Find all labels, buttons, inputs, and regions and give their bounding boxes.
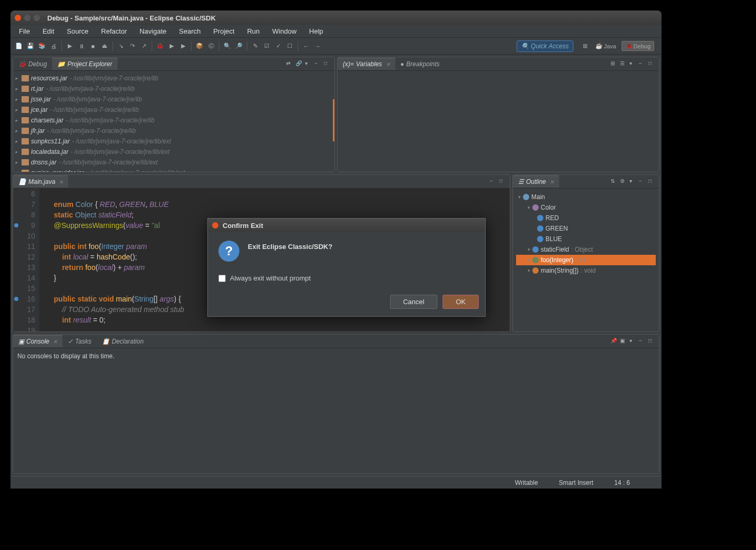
open-console-icon[interactable]: ▾ <box>629 338 637 345</box>
search-icon[interactable]: 🔎 <box>234 41 244 51</box>
forward-icon[interactable]: → <box>312 41 323 51</box>
new-icon[interactable]: 📄 <box>14 41 24 51</box>
minimize-icon[interactable]: − <box>639 60 646 68</box>
run-icon[interactable]: ▶ <box>166 41 177 51</box>
view-menu-icon[interactable]: ▾ <box>629 60 637 68</box>
maximize-icon[interactable]: □ <box>648 338 656 345</box>
tree-icon[interactable]: ☰ <box>620 60 627 68</box>
outline-item[interactable]: ▾ main(String[]) : void <box>516 265 656 276</box>
menu-edit[interactable]: Edit <box>37 26 59 36</box>
tab-project-explorer[interactable]: 📁 Project Explorer <box>52 58 117 70</box>
outline-item[interactable]: ▾ Color <box>516 202 656 213</box>
tree-item[interactable]: ▸dnsns.jar - /usr/lib/jvm/java-7-oracle/… <box>15 157 332 168</box>
menu-refactor[interactable]: Refactor <box>96 26 132 36</box>
close-icon[interactable]: ✕ <box>550 179 554 185</box>
menu-help[interactable]: Help <box>304 26 329 36</box>
new-package-icon[interactable]: 📦 <box>194 41 205 51</box>
menu-search[interactable]: Search <box>174 26 206 36</box>
back-icon[interactable]: ← <box>301 41 311 51</box>
menu-run[interactable]: Run <box>242 26 265 36</box>
window-close-icon[interactable] <box>15 15 21 21</box>
tree-item[interactable]: ▸sunpkcs11.jar - /usr/lib/jvm/java-7-ora… <box>15 136 332 147</box>
tab-variables[interactable]: (x)= Variables✕ <box>338 58 395 70</box>
step-return-icon[interactable]: ↗ <box>139 41 149 51</box>
collapse-icon[interactable]: ⇄ <box>286 60 293 68</box>
maximize-icon[interactable]: □ <box>648 178 656 185</box>
filter-icon[interactable]: ⚙ <box>620 178 627 185</box>
editor-tab[interactable]: 📄 Main.java✕ <box>13 175 68 188</box>
open-perspective-icon[interactable]: ⊞ <box>580 41 590 51</box>
disconnect-icon[interactable]: ⏏ <box>99 41 110 51</box>
saveall-icon[interactable]: 📚 <box>37 41 47 51</box>
menu-source[interactable]: Source <box>61 26 93 36</box>
tab-breakpoints[interactable]: ● Breakpoints <box>395 58 445 70</box>
quick-access[interactable]: 🔍 Quick Access <box>517 40 574 52</box>
sort-icon[interactable]: ⇅ <box>611 178 618 185</box>
outline-item[interactable]: RED <box>516 213 656 223</box>
stop-icon[interactable]: ■ <box>88 41 98 51</box>
new-class-icon[interactable]: Ⓒ <box>206 41 216 51</box>
maximize-icon[interactable]: □ <box>499 178 507 185</box>
pin-icon[interactable]: 📌 <box>611 338 618 345</box>
step-into-icon[interactable]: ↘ <box>116 41 126 51</box>
view-menu-icon[interactable]: ▾ <box>305 60 312 68</box>
debug-icon[interactable]: 🐞 <box>155 41 165 51</box>
save-icon[interactable]: 💾 <box>25 41 36 51</box>
tree-item[interactable]: ▸jce.jar - /usr/lib/jvm/java-7-oracle/jr… <box>15 105 332 115</box>
mark-icon[interactable]: ✓ <box>273 41 284 51</box>
menu-file[interactable]: File <box>14 26 35 36</box>
tree-item[interactable]: ▸jfr.jar - /usr/lib/jvm/java-7-oracle/jr… <box>15 126 332 136</box>
tab-declaration[interactable]: 📋 Declaration <box>97 336 149 347</box>
open-type-icon[interactable]: 🔍 <box>222 41 233 51</box>
outline-item[interactable]: ▾ staticField : Object <box>516 244 656 255</box>
outline-tree[interactable]: ▾ Main▾ ColorREDGREENBLUE▾ staticField :… <box>513 189 659 331</box>
show-type-icon[interactable]: ⊞ <box>611 60 618 68</box>
minimize-icon[interactable]: − <box>490 178 497 185</box>
tree-item[interactable]: ▸sunjce_provider.jar - /usr/lib/jvm/java… <box>15 168 332 172</box>
resume-icon[interactable]: ▶ <box>65 41 75 51</box>
window-minimize-icon[interactable] <box>24 15 30 21</box>
minimize-icon[interactable]: − <box>314 60 322 68</box>
tab-debug[interactable]: 🐞 Debug <box>13 58 52 70</box>
display-icon[interactable]: ▣ <box>620 338 627 345</box>
tree-item[interactable]: ▸jsse.jar - /usr/lib/jvm/java-7-oracle/j… <box>15 94 332 105</box>
pause-icon[interactable]: ⏸ <box>76 41 87 51</box>
tree-item[interactable]: ▸charsets.jar - /usr/lib/jvm/java-7-orac… <box>15 115 332 126</box>
outline-item[interactable]: GREEN <box>516 223 656 234</box>
outline-item[interactable]: BLUE <box>516 234 656 244</box>
tab-console[interactable]: ▣ Console✕ <box>13 335 62 347</box>
link-icon[interactable]: 🔗 <box>296 60 303 68</box>
task-icon[interactable]: ☐ <box>285 41 295 51</box>
view-menu-icon[interactable]: ▾ <box>629 178 637 185</box>
perspective-java[interactable]: ☕ Java <box>592 41 619 50</box>
cancel-button[interactable]: Cancel <box>390 295 437 309</box>
window-maximize-icon[interactable] <box>34 15 40 21</box>
toggle-icon[interactable]: ☑ <box>261 41 272 51</box>
close-icon[interactable]: ✕ <box>386 61 390 67</box>
maximize-icon[interactable]: □ <box>324 60 331 68</box>
always-exit-checkbox[interactable] <box>218 275 226 282</box>
menu-navigate[interactable]: Navigate <box>134 26 172 36</box>
ok-button[interactable]: OK <box>443 295 479 309</box>
maximize-icon[interactable]: □ <box>648 60 656 68</box>
menu-project[interactable]: Project <box>208 26 239 36</box>
close-icon[interactable]: ✕ <box>59 179 63 185</box>
edit-icon[interactable]: ✎ <box>250 41 260 51</box>
tab-tasks[interactable]: ✓ Tasks <box>62 336 97 347</box>
close-icon[interactable]: ✕ <box>53 339 57 345</box>
tree-item[interactable]: ▸localedata.jar - /usr/lib/jvm/java-7-or… <box>15 147 332 157</box>
dialog-close-icon[interactable] <box>212 222 218 229</box>
outline-item[interactable]: ▾ foo(Integer) : int <box>516 255 656 265</box>
minimize-icon[interactable]: − <box>639 338 646 345</box>
print-icon[interactable]: 🖨 <box>48 41 59 51</box>
minimize-icon[interactable]: − <box>639 178 646 185</box>
tab-outline[interactable]: ☰ Outline✕ <box>513 175 559 188</box>
menu-window[interactable]: Window <box>267 26 302 36</box>
outline-item[interactable]: ▾ Main <box>516 192 656 202</box>
perspective-debug[interactable]: 🐞 Debug <box>622 41 654 51</box>
tree-item[interactable]: ▸resources.jar - /usr/lib/jvm/java-7-ora… <box>15 73 332 84</box>
tree-item[interactable]: ▸rt.jar - /usr/lib/jvm/java-7-oracle/jre… <box>15 84 332 94</box>
step-over-icon[interactable]: ↷ <box>127 41 138 51</box>
explorer-tree[interactable]: ▸resources.jar - /usr/lib/jvm/java-7-ora… <box>13 71 334 172</box>
run-last-icon[interactable]: ▶ <box>178 41 188 51</box>
